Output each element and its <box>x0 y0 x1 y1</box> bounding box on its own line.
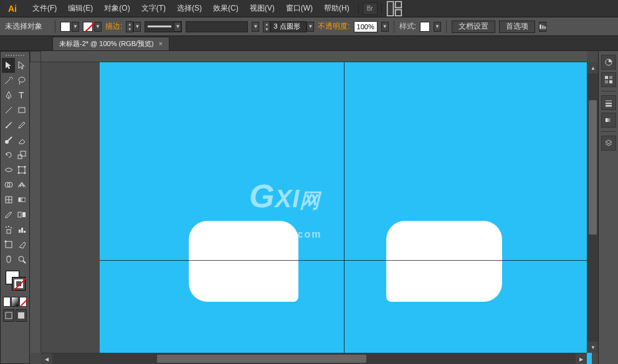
fill-swatch[interactable] <box>60 22 70 32</box>
preferences-button[interactable]: 首选项 <box>499 21 535 33</box>
menu-type[interactable]: 文字(T) <box>136 1 171 16</box>
rotate-tool[interactable] <box>2 147 15 162</box>
line-segment-tool[interactable] <box>2 103 15 118</box>
horizontal-scrollbar[interactable]: ◀ ▶ <box>41 353 587 364</box>
gradient-tool[interactable] <box>15 192 28 207</box>
stepper-down-icon[interactable]: ▼ <box>126 27 133 32</box>
blob-brush-tool[interactable] <box>2 133 15 147</box>
paintbrush-tool[interactable] <box>2 118 15 133</box>
stroke-weight-control[interactable]: ▲ ▼ ▼ <box>126 21 141 32</box>
document-setup-button[interactable]: 文档设置 <box>452 21 495 33</box>
screen-mode-button[interactable] <box>16 309 27 322</box>
arrange-documents-button[interactable] <box>386 2 403 15</box>
type-tool[interactable]: T <box>15 88 28 103</box>
eyedropper-tool[interactable] <box>2 207 15 222</box>
scroll-left-icon[interactable]: ◀ <box>41 353 52 364</box>
pencil-tool[interactable] <box>15 118 28 133</box>
width-stepper[interactable]: ▲ ▼ <box>263 21 270 32</box>
menu-edit[interactable]: 编辑(E) <box>63 1 98 16</box>
menu-view[interactable]: 视图(V) <box>245 1 280 16</box>
fill-control[interactable]: ▼ <box>60 22 79 32</box>
blend-tool[interactable] <box>15 207 28 222</box>
scroll-right-icon[interactable]: ▶ <box>576 353 587 364</box>
stroke-profile-select[interactable]: ▼ <box>145 21 182 32</box>
stroke-color-indicator[interactable] <box>12 277 26 291</box>
scroll-up-icon[interactable]: ▲ <box>587 62 598 73</box>
menu-help[interactable]: 帮助(H) <box>319 1 354 16</box>
artboard[interactable]: GXI网system.com <box>100 62 592 364</box>
chevron-down-icon[interactable]: ▼ <box>72 22 79 32</box>
chevron-down-icon[interactable]: ▼ <box>381 22 389 32</box>
menu-window[interactable]: 窗口(W) <box>281 1 318 16</box>
eraser-tool[interactable] <box>15 133 28 147</box>
gradient-panel-icon[interactable] <box>601 113 616 128</box>
scroll-thumb[interactable] <box>589 100 597 235</box>
bridge-button[interactable]: Br <box>363 2 378 15</box>
document-tab[interactable]: 未标题-2* @ 100% (RGB/预览) × <box>52 37 169 50</box>
stepper-up-icon[interactable]: ▲ <box>264 22 270 27</box>
close-icon[interactable]: × <box>159 40 163 47</box>
rectangle-tool[interactable] <box>15 103 28 118</box>
hand-tool[interactable] <box>2 252 15 267</box>
chevron-down-icon[interactable]: ▼ <box>174 22 181 32</box>
shape-builder-tool[interactable] <box>2 177 15 192</box>
symbol-sprayer-tool[interactable] <box>2 222 15 237</box>
slice-tool[interactable] <box>15 237 28 252</box>
color-mode-gradient[interactable] <box>11 297 19 307</box>
scroll-thumb[interactable] <box>157 355 366 363</box>
color-mode-solid[interactable] <box>3 297 11 307</box>
panel-handle[interactable] <box>2 53 28 58</box>
menu-object[interactable]: 对象(O) <box>99 1 135 16</box>
stroke-control[interactable]: ▼ <box>83 22 102 32</box>
vertical-ruler[interactable] <box>30 62 41 353</box>
rounded-rect-shape-left[interactable] <box>189 221 298 302</box>
fill-stroke-control[interactable] <box>2 269 28 297</box>
free-transform-tool[interactable] <box>15 162 28 177</box>
menu-select[interactable]: 选择(S) <box>172 1 207 16</box>
chevron-down-icon[interactable]: ▼ <box>434 22 441 32</box>
layers-panel-icon[interactable] <box>601 136 616 151</box>
color-mode-none[interactable] <box>19 297 27 307</box>
opacity-input[interactable]: 100% <box>354 21 378 32</box>
selection-tool[interactable] <box>2 58 15 73</box>
stroke-panel-icon[interactable] <box>601 95 616 110</box>
column-graph-tool[interactable] <box>15 222 28 237</box>
ruler-origin[interactable] <box>30 51 41 62</box>
vertical-guide[interactable] <box>344 62 345 364</box>
scroll-track[interactable] <box>587 73 598 342</box>
color-panel-icon[interactable] <box>601 55 616 70</box>
chevron-down-icon[interactable]: ▼ <box>252 22 259 32</box>
artboard-tool[interactable] <box>2 237 15 252</box>
rounded-rect-shape-right[interactable] <box>386 221 502 302</box>
horizontal-guide[interactable] <box>100 260 592 261</box>
stepper-down-icon[interactable]: ▼ <box>264 27 270 32</box>
stepper-up-icon[interactable]: ▲ <box>126 22 133 27</box>
direct-selection-tool[interactable] <box>15 58 28 73</box>
graphic-style-swatch[interactable] <box>420 22 430 32</box>
chevron-down-icon[interactable]: ▼ <box>94 22 102 32</box>
lasso-tool[interactable] <box>15 73 28 88</box>
menu-effect[interactable]: 效果(C) <box>208 1 244 16</box>
pen-tool[interactable] <box>2 88 15 103</box>
chevron-down-icon[interactable]: ▼ <box>307 22 314 32</box>
draw-mode-button[interactable] <box>3 309 14 322</box>
zoom-tool[interactable] <box>15 252 28 267</box>
stroke-swatch-none[interactable] <box>83 22 93 32</box>
scroll-track[interactable] <box>52 353 576 364</box>
variable-width-control[interactable]: ▲ ▼ 3 点圆形 ▼ <box>263 21 314 32</box>
perspective-grid-tool[interactable] <box>15 177 28 192</box>
width-profile-value[interactable]: 3 点圆形 <box>270 21 307 32</box>
chevron-down-icon[interactable]: ▼ <box>133 22 141 32</box>
magic-wand-tool[interactable] <box>2 73 15 88</box>
horizontal-ruler[interactable] <box>41 51 587 62</box>
vertical-scrollbar[interactable]: ▲ ▼ <box>587 62 598 353</box>
mesh-tool[interactable] <box>2 192 15 207</box>
menu-file[interactable]: 文件(F) <box>27 1 62 16</box>
width-tool[interactable] <box>2 162 15 177</box>
scroll-down-icon[interactable]: ▼ <box>587 342 598 353</box>
scale-tool[interactable] <box>15 147 28 162</box>
swatches-panel-icon[interactable] <box>601 72 616 87</box>
brush-definition-select[interactable] <box>186 21 248 32</box>
stroke-weight-stepper[interactable]: ▲ ▼ <box>126 21 133 32</box>
align-dropdown[interactable] <box>539 22 546 32</box>
